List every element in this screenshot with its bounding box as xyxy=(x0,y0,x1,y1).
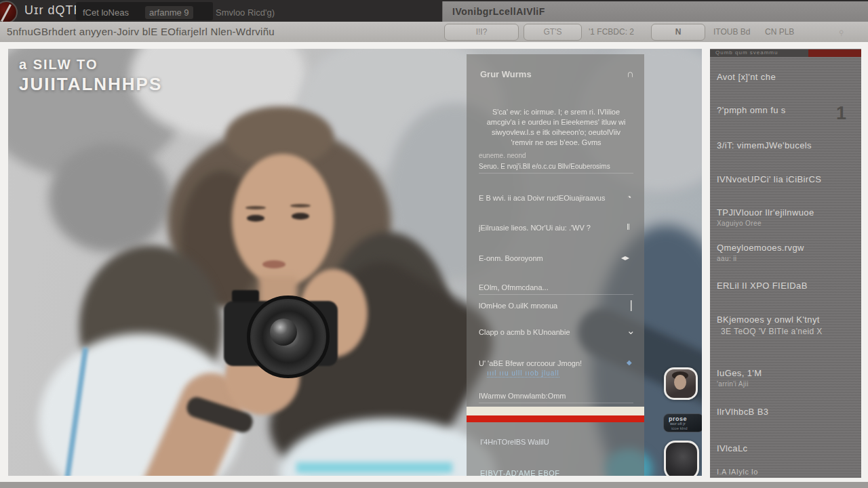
diamond-icon[interactable]: ◆ xyxy=(627,359,632,366)
sidebar-top-note: Qumb qum sveammu xyxy=(715,49,778,56)
app-logo-icon[interactable] xyxy=(0,1,18,24)
sidebar-item-7[interactable]: ERLil II XPO FIEIDaB xyxy=(717,281,852,291)
toolbar-button-1[interactable]: I!I? xyxy=(444,24,519,41)
avatar-thumbnail-1[interactable] xyxy=(664,367,698,400)
progress-bar-red xyxy=(467,415,644,422)
overlay-description-line: amcgiv'a i e ourdeu in Eieekemes' itluw … xyxy=(479,117,633,127)
sidebar-top-strip: Qumb qum sveammu xyxy=(710,49,861,57)
desktop-strip xyxy=(0,482,868,488)
overlay-footer-item[interactable]: EIBVT-AD'AME EBOF xyxy=(480,469,560,476)
sidebar-item-label: BKjemooes y onwl K'tnyt xyxy=(717,314,852,325)
sidebar-item-1[interactable]: Avot [x]'nt che xyxy=(717,72,852,82)
arrows-icon[interactable]: ◂▸ xyxy=(621,253,629,262)
sidebar-item-3[interactable]: 3/iT: vimemJWe'bucels xyxy=(717,140,852,150)
toolbar-label-cnplb: CN PLB xyxy=(765,27,794,37)
sidebar-item-6[interactable]: Qmeyloemooes.rvgw aau: ii xyxy=(717,243,852,262)
overlay-footer-item[interactable]: I'4HnTOrelBS WalilU xyxy=(480,438,549,446)
overlay-menu-item[interactable]: Clapp o acmb b KUnoanbie xyxy=(479,328,633,336)
caption-line-1: a SILW TO xyxy=(19,57,162,73)
caption-line-2: JUIITALNHHPS xyxy=(19,74,162,95)
toolbar-button-n[interactable]: N xyxy=(651,24,705,41)
address-toolbar: 5nfnuGBrhdert anyyen-Joirv blE EOfiarjel… xyxy=(0,22,868,43)
sidebar-item-9[interactable]: IuGes, 1'M 'arrin'i Ajii xyxy=(717,368,852,388)
notification-badge: 1 xyxy=(836,103,846,124)
tab-2[interactable]: arfanme 9 xyxy=(145,6,193,19)
overlay-menu-item[interactable]: EOlm, Ofmmcdana... xyxy=(479,283,633,295)
address-bar[interactable]: 5nfnuGBrhdert anyyen-Joirv blE EOfiarjel… xyxy=(7,26,387,37)
sidebar-item-11[interactable]: IVlcaLc xyxy=(717,443,852,453)
tab-3[interactable]: Smvloo Ricd'g) xyxy=(216,7,275,18)
overlay-link[interactable]: ıııl ııu ulll ııob jluall xyxy=(487,369,559,378)
pin-icon[interactable]: ∩ xyxy=(627,68,634,79)
toolbar-button-2[interactable]: GT'S xyxy=(524,24,582,41)
overlay-menu-item[interactable]: jEilruasie lieos. NOr'Ui aiu: .'WV ? xyxy=(479,224,633,232)
sidebar-item-sub: 'arrin'i Ajii xyxy=(717,380,852,388)
pause-icon[interactable]: ‖ xyxy=(627,222,630,232)
sidebar-item-sub: aau: ii xyxy=(717,255,852,262)
clock-icon[interactable]: ◔ xyxy=(627,192,631,202)
progress-track xyxy=(467,407,644,415)
overlay-menu-item[interactable]: E B wvi. ii aca Doivr ruclEOiuajiraavus xyxy=(479,194,633,202)
overlay-description-line: siwyovlew.l.s e itk oiheeon'o; oeutolVii… xyxy=(479,127,633,138)
avatar-thumbnail-2[interactable] xyxy=(664,441,699,476)
sidebar-item-4[interactable]: IVNvoeUPCi' lia iCiBirCS xyxy=(717,174,852,184)
bar-icon[interactable]: ❘ xyxy=(627,298,635,311)
overlay-header: Grur Wurms xyxy=(480,69,532,79)
chevron-down-icon[interactable]: ⌄ xyxy=(627,325,635,337)
toolbar-label-fcbdc: '1 FCBDC: 2 xyxy=(589,27,634,37)
sidebar-item-label: IuGes, 1'M xyxy=(717,368,852,378)
active-tab[interactable]: IVonibgrLcellAIVliF xyxy=(442,1,868,22)
photo-caption: a SILW TO JUIITALNHHPS xyxy=(19,57,162,95)
overlay-menu-item[interactable]: lOmHoe O.uilK mnonua xyxy=(479,302,633,310)
avatar-face xyxy=(674,375,686,390)
overlay-description: S'ca' ew: ic oirmue. I; e srem ri. IVIil… xyxy=(479,107,633,148)
right-sidebar: Qumb qum sveammu Avot [x]'nt che ?'pmph … xyxy=(710,49,861,478)
overlay-menu-item[interactable]: U' 'aBE Bfewr ocrcoour Jmogn! xyxy=(479,359,633,367)
sidebar-item-label: TPJlVlouor llr'ejilnwuoe xyxy=(717,207,852,218)
overlay-menu-item[interactable]: Seruo. E rvoj'i.Bll e/o.c.cu Bllv/Eouber… xyxy=(479,163,633,174)
overlay-menu-item[interactable]: IWarmw Omnwlamb:Omm xyxy=(479,392,633,403)
tab-1[interactable]: fCet loNeas xyxy=(83,7,129,18)
sidebar-item-sub: 3E TeOQ 'V BlTle a'neid X xyxy=(721,327,852,336)
watermark-text: icoe klnd xyxy=(671,426,688,430)
overlay-description-line: 'remvir ne oes b'eoe. Gvms xyxy=(479,138,633,148)
watermark-badge[interactable]: prose wor ofi jr icoe klnd xyxy=(663,413,702,432)
overlay-description-sub: euneme. neond xyxy=(479,152,560,159)
tab-group: fCet loNeas arfanme 9 xyxy=(76,2,213,20)
overlay-description-line: S'ca' ew: ic oirmue. I; e srem ri. IVIil… xyxy=(479,107,633,117)
overlay-menu-item[interactable]: E-onm. Booroyonm xyxy=(479,254,633,262)
sidebar-item-10[interactable]: IlrVlhbcB B3 xyxy=(717,407,852,417)
active-tab-label: IVonibgrLcellAIVliF xyxy=(452,6,545,17)
sidebar-item-5[interactable]: TPJlVlouor llr'ejilnwuoe Xaguiyo Oree xyxy=(717,207,852,227)
sidebar-item-sub: Xaguiyo Oree xyxy=(717,220,852,227)
sidebar-item-2[interactable]: ?'pmph omn fu s xyxy=(717,105,852,115)
app-title: Uɪr dQTR xyxy=(24,3,83,18)
toolbar-label-itcus: ITOUB Bd xyxy=(713,27,750,37)
sidebar-top-strip-red xyxy=(808,49,861,57)
share-overlay-panel: Grur Wurms ∩ S'ca' ew: ic oirmue. I; e s… xyxy=(467,54,644,476)
sidebar-item-12[interactable]: I.A IAIyIc Io xyxy=(717,468,852,476)
sidebar-item-label: Qmeyloemooes.rvgw xyxy=(717,243,852,253)
sidebar-item-8[interactable]: BKjemooes y onwl K'tnyt 3E TeOQ 'V BlTle… xyxy=(717,314,852,336)
watermark-text: wor ofi jr xyxy=(670,422,686,426)
search-icon[interactable]: ⌕ xyxy=(835,25,848,38)
girl-photographer-photo: a SILW TO JUIITALNHHPS Grur Wurms ∩ S'ca… xyxy=(8,49,702,476)
browser-titlebar: Uɪr dQTR fCet loNeas arfanme 9 Smvloo Ri… xyxy=(0,0,868,22)
